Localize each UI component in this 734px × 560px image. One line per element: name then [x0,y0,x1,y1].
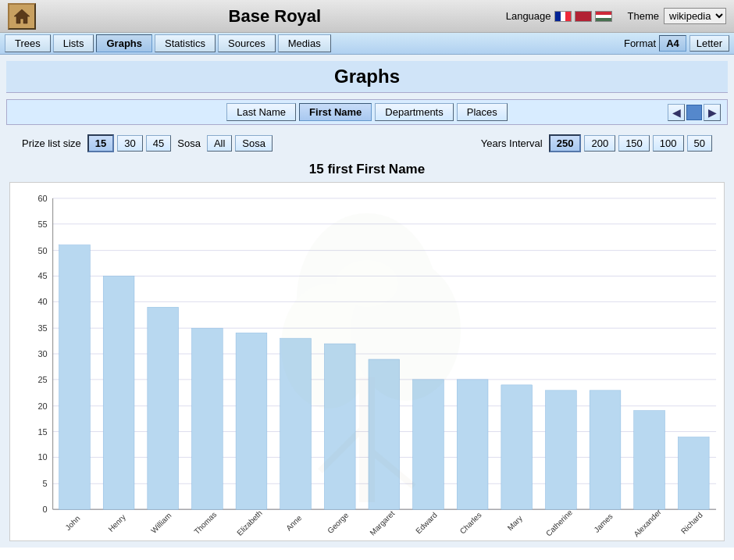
svg-rect-42 [191,328,223,509]
svg-rect-36 [59,245,91,510]
size-15[interactable]: 15 [87,134,114,152]
nav-statistics[interactable]: Statistics [155,34,216,52]
svg-rect-62 [634,411,665,509]
svg-text:0: 0 [43,505,48,514]
graph-type-lastname[interactable]: Last Name [226,103,296,121]
flag-english[interactable] [575,11,592,22]
prev-arrow[interactable]: ◀ [668,104,685,121]
nav-medias[interactable]: Medias [278,34,331,52]
next-arrow[interactable]: ▶ [704,104,721,121]
prize-list-section: Prize list size 15 30 45 Sosa All Sosa [22,134,273,152]
size-30[interactable]: 30 [117,135,142,152]
page-title: Graphs [6,61,728,93]
format-label: Format [624,37,656,49]
content-area: Graphs Last Name First Name Departments … [0,55,734,548]
format-a4[interactable]: A4 [659,35,686,52]
graph-type-firstname[interactable]: First Name [299,103,372,121]
svg-rect-64 [678,437,709,510]
home-button[interactable] [8,3,36,30]
chart-container: .grid-line { stroke: #dde; stroke-width:… [9,182,725,541]
format-section: Format A4 Letter [624,35,729,52]
svg-rect-56 [501,385,533,509]
svg-text:Anne: Anne [284,513,303,533]
svg-text:William: William [149,511,173,534]
svg-text:Alexander: Alexander [632,507,663,538]
bar-chart-svg: .grid-line { stroke: #dde; stroke-width:… [10,183,724,540]
prize-controls: Prize list size 15 30 45 Sosa All Sosa Y… [6,131,728,155]
svg-text:Margaret: Margaret [368,508,396,537]
prize-list-label: Prize list size [22,137,81,149]
chart-title: 15 first First Name [6,162,728,177]
svg-rect-50 [369,359,400,509]
svg-text:Edward: Edward [414,511,439,536]
interval-150[interactable]: 150 [618,135,650,152]
header: Base Royal Language Theme wikipedia clas… [0,0,734,33]
svg-rect-48 [324,344,355,509]
interval-100[interactable]: 100 [653,135,684,152]
navbar: Trees Lists Graphs Statistics Sources Me… [0,33,734,55]
size-all[interactable]: All [207,135,232,152]
svg-rect-46 [280,338,312,509]
svg-text:60: 60 [38,194,48,203]
svg-rect-38 [103,276,134,509]
years-interval-section: Years Interval 250 200 150 100 50 [481,134,712,152]
svg-text:John: John [63,514,81,532]
svg-text:James: James [592,512,614,534]
svg-text:10: 10 [38,452,48,462]
interval-200[interactable]: 200 [584,135,615,152]
svg-rect-40 [148,307,179,509]
svg-text:45: 45 [38,271,48,280]
svg-text:Henry: Henry [106,512,127,533]
svg-rect-52 [413,380,444,509]
size-45[interactable]: 45 [146,135,171,152]
flag-french[interactable] [554,11,572,22]
language-section: Language [506,10,612,22]
svg-text:50: 50 [38,246,48,255]
nav-arrows: ◀ ▶ [668,104,721,121]
svg-text:25: 25 [38,375,48,384]
svg-text:Elizabeth: Elizabeth [235,508,264,537]
graph-type-departments[interactable]: Departments [375,103,453,121]
app-title: Base Royal [44,6,506,27]
interval-250[interactable]: 250 [549,134,582,152]
nav-lists[interactable]: Lists [53,34,94,52]
svg-text:Richard: Richard [679,511,704,536]
svg-rect-44 [236,333,267,509]
svg-text:40: 40 [38,297,48,306]
sosa-label: Sosa [177,137,201,149]
svg-marker-0 [14,9,30,23]
svg-text:Mary: Mary [506,514,524,532]
svg-text:55: 55 [38,219,48,229]
nav-square[interactable] [686,105,702,120]
svg-text:Catherine: Catherine [544,508,575,538]
svg-text:30: 30 [38,349,48,358]
svg-text:20: 20 [38,401,48,411]
nav-sources[interactable]: Sources [218,34,276,52]
flag-hungarian[interactable] [595,11,612,22]
svg-rect-54 [457,380,488,509]
svg-text:Thomas: Thomas [192,510,218,536]
theme-section: Theme wikipedia classic dark [628,8,726,24]
svg-text:35: 35 [38,323,48,333]
theme-select[interactable]: wikipedia classic dark [664,8,726,24]
nav-graphs[interactable]: Graphs [96,34,152,52]
svg-text:15: 15 [38,427,48,437]
interval-50[interactable]: 50 [687,135,712,152]
svg-rect-60 [590,391,621,509]
years-interval-label: Years Interval [481,137,543,149]
svg-text:Charles: Charles [458,511,483,536]
graph-type-places[interactable]: Places [457,103,508,121]
theme-label: Theme [628,10,659,22]
nav-trees[interactable]: Trees [5,34,51,52]
svg-text:George: George [326,511,351,536]
svg-text:5: 5 [43,479,48,488]
language-label: Language [506,10,551,22]
format-letter[interactable]: Letter [689,35,729,52]
graph-type-controls: Last Name First Name Departments Places … [6,99,728,125]
svg-rect-58 [546,391,577,509]
size-sosa[interactable]: Sosa [235,135,273,152]
